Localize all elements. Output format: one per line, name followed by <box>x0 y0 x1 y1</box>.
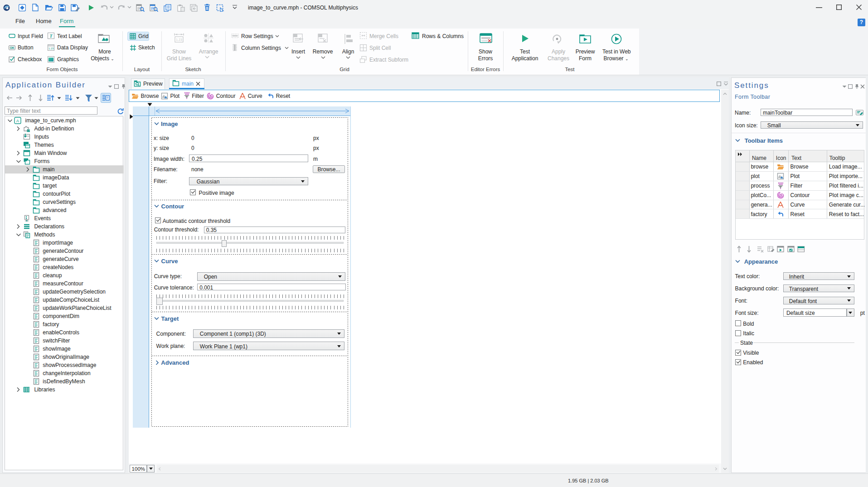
svg-text:T: T <box>49 34 53 39</box>
svg-text:1.23: 1.23 <box>48 47 54 50</box>
svg-text:OK: OK <box>10 46 15 49</box>
svg-text:1.23: 1.23 <box>176 38 182 41</box>
